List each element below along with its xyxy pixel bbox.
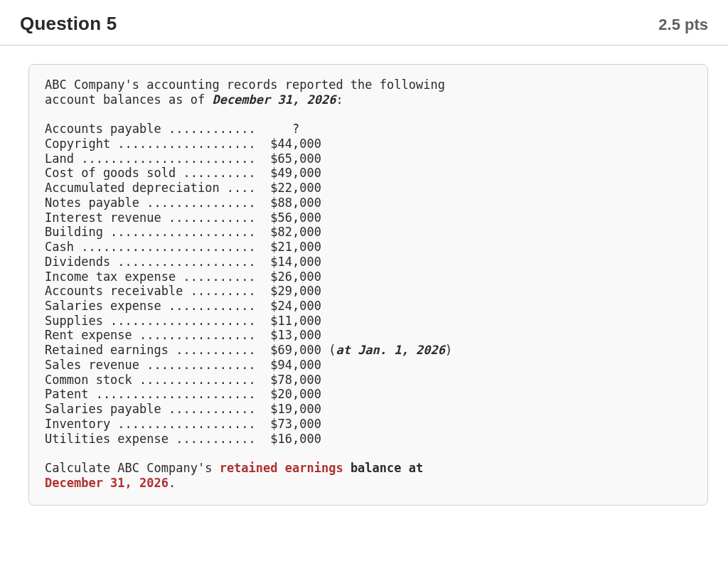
- question-header: Question 5 2.5 pts: [0, 0, 728, 46]
- account-note-prefix: (: [321, 343, 336, 357]
- account-row: Common stock ................ $78,000: [45, 373, 321, 387]
- account-row: Inventory ................... $73,000: [45, 417, 321, 431]
- account-value: $73,000: [270, 417, 321, 431]
- account-row: Supplies .................... $11,000: [45, 314, 321, 328]
- account-value: $24,000: [270, 299, 321, 313]
- account-value: $16,000: [270, 432, 321, 446]
- account-value: $88,000: [270, 196, 321, 210]
- account-row: Dividends ................... $14,000: [45, 255, 321, 269]
- account-row: Land ........................ $65,000: [45, 151, 321, 166]
- account-value: $13,000: [270, 328, 321, 342]
- account-row: Interest revenue ............ $56,000: [45, 210, 321, 225]
- account-value: $82,000: [270, 225, 321, 239]
- account-row: Sales revenue ............... $94,000: [45, 358, 321, 372]
- account-value: $20,000: [270, 387, 321, 401]
- account-label: Patent ......................: [45, 387, 270, 401]
- account-note-suffix: ): [445, 343, 452, 357]
- account-row: Utilities expense ........... $16,000: [45, 432, 321, 446]
- account-row: Salaries expense ............ $24,000: [45, 299, 321, 313]
- account-value: $65,000: [270, 151, 321, 166]
- account-label: Cash ........................: [45, 240, 270, 254]
- account-row: Income tax expense .......... $26,000: [45, 270, 321, 284]
- account-label: Accounts receivable .........: [45, 284, 270, 298]
- account-row: Retained earnings ........... $69,000 (a…: [45, 343, 452, 357]
- account-value: $78,000: [270, 373, 321, 387]
- account-row: Salaries payable ............ $19,000: [45, 402, 321, 416]
- account-row: Patent ...................... $20,000: [45, 387, 321, 401]
- account-label: Common stock ................: [45, 373, 270, 387]
- account-value: $56,000: [270, 210, 321, 225]
- account-value: $44,000: [270, 137, 321, 151]
- account-value: $21,000: [270, 240, 321, 254]
- account-value: $11,000: [270, 314, 321, 328]
- account-row: Rent expense ................ $13,000: [45, 328, 321, 342]
- account-label: Land ........................: [45, 151, 270, 166]
- prompt-prefix: Calculate ABC Company's: [45, 461, 220, 475]
- question-preformatted: ABC Company's accounting records reporte…: [28, 64, 708, 506]
- account-label: Notes payable ...............: [45, 196, 270, 210]
- account-value: $26,000: [270, 270, 321, 284]
- account-value: $19,000: [270, 402, 321, 416]
- account-label: Utilities expense ...........: [45, 432, 270, 446]
- prompt-highlight-2: December 31, 2026: [45, 476, 168, 490]
- account-label: Retained earnings ...........: [45, 343, 270, 357]
- account-label: Salaries payable ............: [45, 402, 270, 416]
- account-label: Income tax expense ..........: [45, 270, 270, 284]
- account-label: Building ....................: [45, 225, 270, 239]
- account-row: Cash ........................ $21,000: [45, 240, 321, 254]
- question-title: Question 5: [20, 13, 117, 35]
- prompt-highlight-1: retained earnings: [220, 461, 343, 475]
- account-value: $29,000: [270, 284, 321, 298]
- account-label: Dividends ...................: [45, 255, 270, 269]
- question-points: 2.5 pts: [658, 16, 708, 34]
- account-label: Salaries expense ............: [45, 299, 270, 313]
- account-value: ?: [270, 122, 299, 136]
- account-row: Building .................... $82,000: [45, 225, 321, 239]
- account-value: $14,000: [270, 255, 321, 269]
- account-label: Interest revenue ............: [45, 210, 270, 225]
- account-row: Accounts receivable ......... $29,000: [45, 284, 321, 298]
- account-row: Accounts payable ............ ?: [45, 122, 299, 136]
- account-row: Accumulated depreciation .... $22,000: [45, 181, 321, 195]
- account-value: $69,000: [270, 343, 321, 357]
- account-note: at Jan. 1, 2026: [336, 343, 445, 357]
- intro-line1: ABC Company's accounting records reporte…: [45, 78, 445, 92]
- account-label: Cost of goods sold ..........: [45, 166, 270, 180]
- account-value: $22,000: [270, 181, 321, 195]
- account-value: $94,000: [270, 358, 321, 372]
- account-row: Cost of goods sold .......... $49,000: [45, 166, 321, 180]
- account-label: Rent expense ................: [45, 328, 270, 342]
- account-value: $49,000: [270, 166, 321, 180]
- account-label: Sales revenue ...............: [45, 358, 270, 372]
- account-label: Accumulated depreciation ....: [45, 181, 270, 195]
- intro-line2-suffix: :: [336, 92, 343, 107]
- prompt-bold: balance at: [343, 461, 424, 475]
- account-label: Inventory ...................: [45, 417, 270, 431]
- intro-date: December 31, 2026: [212, 92, 336, 107]
- account-label: Copyright ...................: [45, 137, 270, 151]
- intro-line2-prefix: account balances as of: [45, 92, 212, 107]
- account-label: Supplies ....................: [45, 314, 270, 328]
- prompt-suffix: .: [168, 476, 176, 490]
- account-row: Notes payable ............... $88,000: [45, 196, 321, 210]
- account-label: Accounts payable ............: [45, 122, 270, 136]
- account-row: Copyright ................... $44,000: [45, 137, 321, 151]
- question-body: ABC Company's accounting records reporte…: [0, 46, 728, 526]
